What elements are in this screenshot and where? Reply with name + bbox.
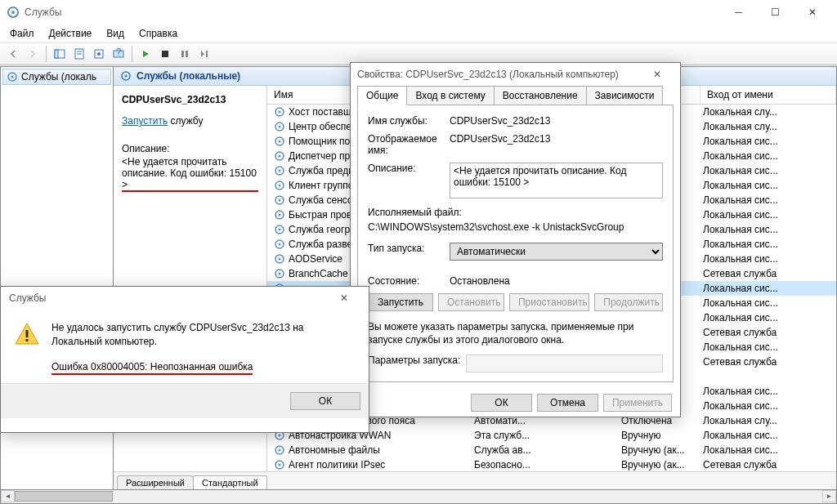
msgbox-ok-button[interactable]: ОК — [290, 392, 360, 410]
tree-node-services-local[interactable]: Службы (локаль — [2, 69, 111, 85]
status-value: Остановлена — [450, 275, 663, 287]
forward-button[interactable] — [24, 45, 42, 63]
gear-icon — [274, 209, 285, 221]
svg-point-20 — [279, 111, 281, 114]
export-button[interactable] — [90, 45, 108, 63]
play-button[interactable] — [137, 45, 154, 63]
stop-button: Остановить — [438, 293, 504, 311]
gear-icon — [274, 459, 285, 471]
svg-point-66 — [279, 449, 281, 452]
service-name-value: CDPUserSvc_23d2c13 — [450, 115, 663, 127]
service-name-label: Имя службы: — [368, 115, 450, 127]
col-logon[interactable]: Вход от имени — [700, 86, 836, 104]
scroll-left-button[interactable]: ◄ — [1, 490, 15, 502]
tab-general[interactable]: Общие — [357, 86, 407, 105]
properties-dialog: Свойства: CDPUserSvc_23d2c13 (Локальный … — [350, 62, 681, 417]
table-row[interactable]: Агент политики IPsecБезопасно...Вручную … — [267, 457, 836, 471]
svg-rect-12 — [181, 51, 184, 57]
executable-label: Исполняемый файл: — [368, 207, 663, 218]
start-button[interactable]: Запустить — [368, 293, 433, 311]
startup-type-label: Тип запуска: — [368, 243, 450, 254]
params-label: Параметры запуска: — [368, 355, 466, 366]
bottom-tabs: Расширенный Стандартный — [114, 471, 836, 489]
restart-button[interactable] — [195, 45, 213, 63]
svg-point-30 — [279, 185, 281, 187]
apply-button: Применить — [603, 394, 672, 412]
minimize-button[interactable]: ─ — [720, 1, 757, 24]
main-titlebar: Службы ─ ☐ ✕ — [0, 0, 837, 25]
menu-action[interactable]: Действие — [43, 26, 99, 41]
svg-point-32 — [279, 199, 281, 202]
description-label: Описание: — [368, 163, 450, 174]
cancel-button[interactable]: Отмена — [537, 394, 598, 412]
scroll-thumb[interactable] — [15, 491, 113, 502]
svg-point-38 — [279, 243, 281, 246]
svg-point-36 — [279, 229, 281, 231]
scroll-right-button[interactable]: ► — [822, 490, 836, 502]
msgbox-line2: Ошибка 0x80004005: Неопознанная ошибка — [51, 360, 253, 376]
description-textarea[interactable]: <Не удается прочитать описание. Код ошиб… — [450, 163, 663, 198]
close-button[interactable]: ✕ — [794, 1, 830, 24]
gear-icon — [274, 444, 285, 456]
pause-button[interactable] — [176, 45, 194, 63]
svg-point-64 — [279, 435, 281, 437]
tab-logon[interactable]: Вход в систему — [406, 86, 494, 105]
horizontal-scrollbar[interactable]: ◄ ► — [0, 490, 837, 504]
display-name-value: CDPUserSvc_23d2c13 — [450, 133, 663, 145]
gear-icon — [120, 70, 132, 82]
gear-icon — [7, 71, 18, 83]
menu-view[interactable]: Вид — [100, 26, 131, 41]
svg-text:?: ? — [116, 48, 122, 58]
svg-point-40 — [279, 258, 281, 261]
executable-path: C:\WINDOWS\system32\svchost.exe -k Unist… — [368, 221, 663, 233]
gear-icon — [274, 150, 285, 162]
description-text: <Не удается прочитать описание. Код ошиб… — [122, 156, 258, 192]
gear-icon — [274, 165, 285, 176]
svg-point-26 — [279, 155, 281, 158]
tab-recovery[interactable]: Восстановление — [494, 86, 587, 105]
panel-title: Службы (локальные) — [137, 70, 240, 82]
msgbox-close-button[interactable]: ✕ — [328, 288, 360, 309]
show-hide-tree-button[interactable] — [51, 45, 69, 63]
svg-point-1 — [11, 11, 15, 14]
svg-rect-11 — [162, 51, 168, 57]
gear-icon — [274, 136, 285, 147]
svg-point-16 — [11, 76, 14, 78]
props-title: Свойства: CDPUserSvc_23d2c13 (Локальный … — [357, 69, 619, 80]
table-row[interactable]: Автономные файлыСлужба ав...Вручную (ак.… — [267, 443, 836, 457]
svg-point-28 — [279, 170, 281, 172]
params-input — [466, 355, 663, 372]
tab-extended[interactable]: Расширенный — [117, 475, 194, 489]
gear-icon — [274, 253, 285, 265]
stop-button[interactable] — [156, 45, 174, 63]
menu-file[interactable]: Файл — [3, 26, 41, 41]
svg-point-34 — [279, 214, 281, 216]
maximize-button[interactable]: ☐ — [757, 1, 794, 24]
resume-button: Продолжить — [594, 293, 663, 311]
ok-button[interactable]: ОК — [471, 394, 532, 412]
startup-type-select[interactable]: Автоматически — [450, 243, 663, 261]
tree-node-label: Службы (локаль — [21, 71, 96, 83]
window-title: Службы — [25, 7, 61, 18]
tab-content-general: Имя службы:CDPUserSvc_23d2c13 Отображаем… — [357, 105, 674, 382]
msgbox-titlebar[interactable]: Службы ✕ — [1, 287, 369, 310]
menu-help[interactable]: Справка — [132, 26, 184, 41]
svg-rect-14 — [206, 51, 208, 57]
status-label: Состояние: — [368, 275, 450, 287]
svg-point-42 — [279, 273, 281, 275]
props-titlebar[interactable]: Свойства: CDPUserSvc_23d2c13 (Локальный … — [351, 63, 680, 86]
tab-standard[interactable]: Стандартный — [193, 475, 267, 489]
properties-button[interactable] — [70, 45, 88, 63]
svg-rect-3 — [55, 50, 58, 58]
tab-dependencies[interactable]: Зависимости — [586, 86, 664, 105]
startup-params-hint: Вы можете указать параметры запуска, при… — [368, 321, 663, 346]
svg-point-18 — [125, 75, 128, 78]
display-name-label: Отображаемое имя: — [368, 133, 450, 156]
start-service-link[interactable]: Запустить — [122, 115, 168, 127]
back-button[interactable] — [4, 45, 22, 63]
help-button[interactable]: ? — [110, 45, 128, 63]
gear-icon — [274, 180, 285, 191]
svg-point-22 — [279, 126, 281, 128]
props-close-button[interactable]: ✕ — [641, 64, 674, 85]
svg-rect-69 — [26, 330, 29, 337]
